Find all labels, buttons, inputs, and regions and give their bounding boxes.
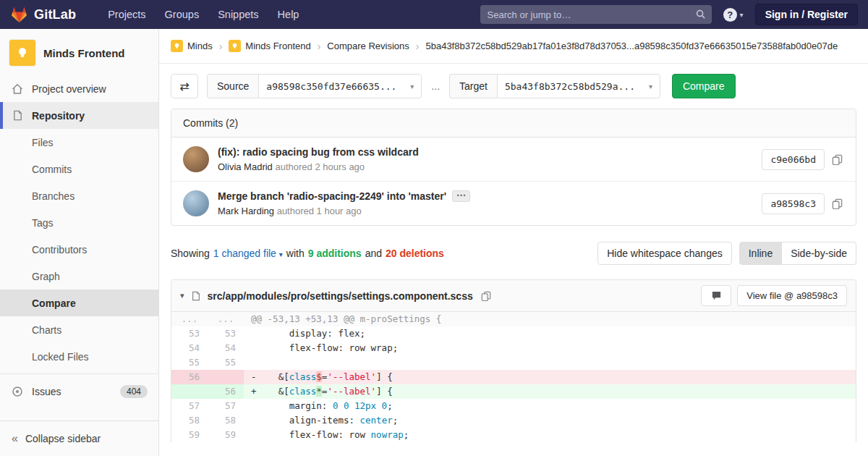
compare-button[interactable]: Compare xyxy=(672,74,736,98)
sidebar-item-issues[interactable]: Issues 404 xyxy=(0,378,158,405)
expand-commit-description-button[interactable]: ⋯ xyxy=(452,190,470,202)
collapse-sidebar-button[interactable]: « Collapse sidebar xyxy=(0,421,158,456)
code-segment: '--label' xyxy=(327,371,376,382)
sidebar-item-project-overview[interactable]: Project overview xyxy=(0,75,158,102)
and-label: and xyxy=(365,248,382,259)
project-header[interactable]: Minds Frontend xyxy=(0,29,158,75)
diff-old-line-number[interactable]: 55 xyxy=(171,355,208,370)
commit-sha[interactable]: c9e066bd xyxy=(762,149,825,170)
copy-file-path-button[interactable] xyxy=(480,290,493,303)
breadcrumb-compare-revisions[interactable]: Compare Revisions xyxy=(327,41,409,51)
sidebar-item-repository[interactable]: Repository xyxy=(0,102,158,129)
gitlab-logo[interactable]: GitLab xyxy=(10,6,76,23)
swap-revisions-button[interactable]: ⇄ xyxy=(171,74,198,98)
diff-line: 5555 xyxy=(171,355,856,370)
code-segment: ] { xyxy=(376,386,393,397)
copy-icon xyxy=(832,154,843,165)
project-name: Minds Frontend xyxy=(43,47,125,59)
copy-sha-button[interactable] xyxy=(830,197,844,211)
top-navbar: GitLab Projects Groups Snippets Help ? ▾… xyxy=(0,0,868,29)
diff-old-line-number[interactable]: 53 xyxy=(171,326,208,341)
diff-old-line-number[interactable]: 56 xyxy=(171,370,208,384)
diff-new-line-number[interactable]: 57 xyxy=(208,399,244,413)
diff-line-code: margin: 0 0 12px 0; xyxy=(244,399,856,413)
search-icon[interactable] xyxy=(695,9,706,22)
source-dropdown[interactable]: a98598c350fd37e66635... ▾ xyxy=(258,74,422,98)
chevron-down-icon: ▾ xyxy=(649,83,652,90)
additions-count: 9 additions xyxy=(308,248,362,259)
sidebar-item-charts[interactable]: Charts xyxy=(0,316,158,343)
project-sidebar: Minds Frontend Project overview Reposito… xyxy=(0,29,159,456)
commit-sha[interactable]: a98598c3 xyxy=(762,193,825,214)
diff-file-path[interactable]: src/app/modules/pro/settings/settings.co… xyxy=(208,290,473,302)
breadcrumb-minds[interactable]: Minds xyxy=(171,40,213,52)
diff-old-line-number[interactable]: 57 xyxy=(171,399,208,413)
minds-frontend-avatar xyxy=(229,40,241,52)
caret-down-icon: ▾ xyxy=(279,250,283,258)
sidebar-item-branches[interactable]: Branches xyxy=(0,182,158,209)
diff-old-line-number[interactable] xyxy=(171,384,208,399)
diff-new-line-number[interactable]: 59 xyxy=(208,428,244,442)
menu-item-help[interactable]: Help xyxy=(278,9,299,20)
diff-old-line-number[interactable]: 54 xyxy=(171,341,208,355)
diff-line-sign xyxy=(251,357,257,368)
diff-file-header: ▾ src/app/modules/pro/settings/settings.… xyxy=(171,280,856,312)
logo-text: GitLab xyxy=(34,7,76,22)
sidebar-item-contributors[interactable]: Contributors xyxy=(0,236,158,263)
code-segment: $ xyxy=(316,371,322,382)
sidebar-item-tags[interactable]: Tags xyxy=(0,209,158,236)
diff-new-line-number[interactable] xyxy=(208,370,244,384)
breadcrumb-label: Minds xyxy=(187,41,213,51)
menu-item-projects[interactable]: Projects xyxy=(108,9,145,20)
breadcrumb-label: Minds Frontend xyxy=(245,41,310,51)
sidebar-item-locked-files[interactable]: Locked Files xyxy=(0,343,158,370)
inline-view-button[interactable]: Inline xyxy=(739,242,782,265)
sidebar-divider xyxy=(0,373,158,374)
sidebar-item-files[interactable]: Files xyxy=(0,129,158,156)
commit-title[interactable]: Merge branch 'radio-spacing-2249' into '… xyxy=(218,190,446,202)
code-segment: class xyxy=(289,386,317,397)
hide-whitespace-button[interactable]: Hide whitespace changes xyxy=(597,242,732,265)
diff-line: 5757 margin: 0 0 12px 0; xyxy=(171,399,856,413)
commits-panel-title: Commits (2) xyxy=(171,109,856,138)
diff-new-line-number[interactable]: 56 xyxy=(208,384,244,399)
breadcrumb-minds-frontend[interactable]: Minds Frontend xyxy=(229,40,310,52)
menu-item-snippets[interactable]: Snippets xyxy=(218,9,258,20)
commit-author[interactable]: Olivia Madrid xyxy=(218,161,273,172)
view-file-button[interactable]: View file @ a98598c3 xyxy=(737,285,847,306)
diff-new-line-number[interactable]: 54 xyxy=(208,341,244,355)
code-segment: class xyxy=(289,371,317,382)
target-dropdown[interactable]: 5ba43f8b372c58bd529a... ▾ xyxy=(497,74,660,98)
toggle-comments-button[interactable] xyxy=(701,285,731,306)
commit-title[interactable]: (fix): radio spacing bug from css wildca… xyxy=(218,146,419,158)
diff-old-line-number[interactable]: ... xyxy=(171,312,208,326)
code-segment: center xyxy=(360,415,393,426)
sidebar-item-graph[interactable]: Graph xyxy=(0,263,158,290)
collapse-diff-icon[interactable]: ▾ xyxy=(180,291,184,300)
avatar[interactable] xyxy=(183,146,209,172)
comment-icon xyxy=(711,290,722,301)
search-input[interactable] xyxy=(480,9,712,20)
diff-new-line-number[interactable]: 58 xyxy=(208,413,244,428)
diff-old-line-number[interactable]: 59 xyxy=(171,428,208,442)
commit-authored-time: authored 2 hours ago xyxy=(275,161,365,172)
diff-stats-bar: Showing 1 changed file ▾ with 9 addition… xyxy=(171,242,856,265)
diff-new-line-number[interactable]: 55 xyxy=(208,355,244,370)
sidebar-item-label: Project overview xyxy=(32,83,106,95)
sign-in-button[interactable]: Sign in / Register xyxy=(755,4,858,25)
changed-files-dropdown[interactable]: 1 changed file ▾ xyxy=(213,248,283,259)
diff-new-line-number[interactable]: 53 xyxy=(208,326,244,341)
menu-item-groups[interactable]: Groups xyxy=(165,9,200,20)
avatar[interactable] xyxy=(183,190,209,216)
sidebar-item-compare[interactable]: Compare xyxy=(0,290,158,316)
diff-old-line-number[interactable]: 58 xyxy=(171,413,208,428)
side-by-side-view-button[interactable]: Side-by-side xyxy=(782,242,856,265)
copy-sha-button[interactable] xyxy=(830,153,844,166)
commit-author[interactable]: Mark Harding xyxy=(218,206,274,216)
help-dropdown[interactable]: ? ▾ xyxy=(723,8,744,22)
sidebar-item-commits[interactable]: Commits xyxy=(0,156,158,182)
breadcrumb: Minds › Minds Frontend › Compare Revisio… xyxy=(159,29,868,64)
diff-new-line-number[interactable]: ... xyxy=(208,312,244,326)
diff-line-sign: - xyxy=(251,371,257,382)
diff-line-sign xyxy=(251,415,257,426)
